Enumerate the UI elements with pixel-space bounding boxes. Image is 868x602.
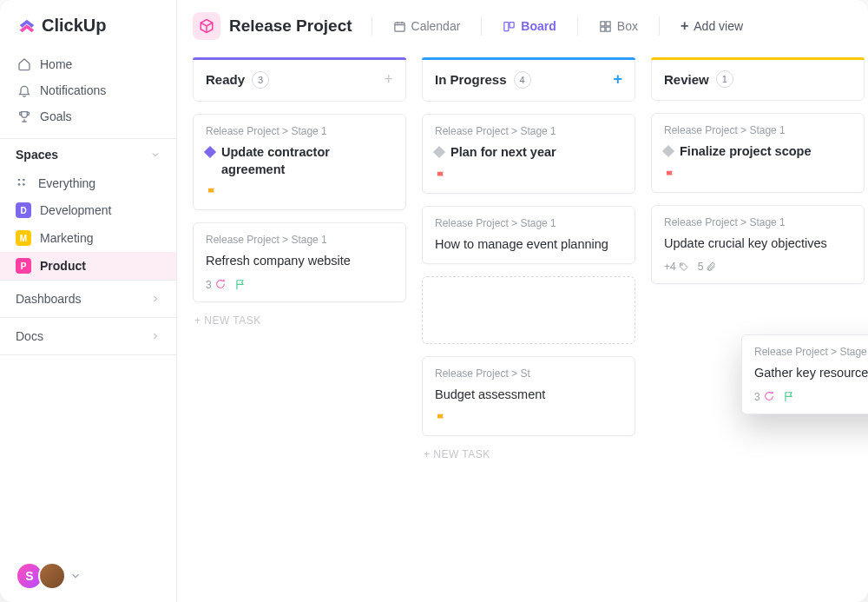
separator [481, 17, 482, 36]
space-development-label: Development [40, 203, 112, 217]
svg-rect-9 [601, 27, 605, 31]
svg-rect-7 [601, 21, 605, 25]
view-tab-box[interactable]: Box [590, 14, 647, 38]
nav-home[interactable]: Home [9, 51, 168, 77]
view-tab-board-label: Board [521, 19, 556, 33]
space-badge-marketing: M [16, 230, 31, 246]
column-count: 1 [716, 70, 733, 88]
primary-nav: Home Notifications Goals [0, 48, 176, 138]
sidebar: ClickUp Home Notifications Goals Spaces … [0, 0, 177, 602]
plus-icon: + [681, 18, 688, 34]
task-breadcrumb: Release Project > Stage 1 [435, 217, 622, 229]
flag-icon [435, 413, 447, 425]
brand-logo[interactable]: ClickUp [0, 0, 176, 48]
column-add-button[interactable]: + [384, 70, 393, 89]
view-tab-board[interactable]: Board [494, 14, 564, 38]
svg-rect-8 [606, 21, 610, 25]
nav-notifications[interactable]: Notifications [9, 77, 168, 103]
nav-goals[interactable]: Goals [9, 103, 168, 129]
svg-point-0 [18, 179, 21, 182]
project-icon [193, 12, 220, 40]
space-badge-development: D [16, 202, 31, 218]
svg-point-11 [222, 280, 224, 281]
nav-goals-label: Goals [40, 109, 72, 123]
svg-point-2 [18, 183, 21, 186]
grid-dots-icon [16, 176, 30, 190]
view-tab-calendar[interactable]: Calendar [385, 14, 470, 38]
new-task-button[interactable]: + NEW TASK [193, 314, 406, 327]
separator [372, 17, 372, 36]
task-breadcrumb: Release Project > Stage 1 [435, 125, 622, 137]
column-count: 3 [252, 71, 269, 89]
column-review: Review 1 Release Project > Stage 1 Final… [651, 57, 865, 602]
svg-point-3 [23, 183, 25, 186]
view-tab-calendar-label: Calendar [411, 19, 461, 33]
separator [577, 17, 578, 36]
task-title: Plan for next year [450, 144, 556, 162]
view-tab-box-label: Box [617, 19, 638, 33]
flag-outline-icon [783, 391, 795, 403]
nav-notifications-label: Notifications [40, 83, 106, 97]
svg-point-12 [681, 264, 682, 266]
space-marketing[interactable]: M Marketing [0, 224, 176, 252]
sidebar-dashboards[interactable]: Dashboards [0, 280, 176, 317]
task-card[interactable]: Release Project > St Budget assessment [422, 356, 635, 436]
task-breadcrumb: Release Project > Stage 1 [206, 234, 393, 246]
column-add-button[interactable]: + [613, 70, 622, 89]
column-accent [422, 57, 635, 60]
space-product[interactable]: P Product [0, 252, 176, 280]
space-development[interactable]: D Development [0, 196, 176, 224]
column-header-ready[interactable]: Ready 3 + [193, 57, 406, 102]
column-title: Ready [206, 72, 245, 87]
spaces-header-label: Spaces [16, 148, 58, 162]
space-product-label: Product [40, 259, 86, 273]
main: Release Project Calendar Board Box + Add… [177, 0, 868, 602]
space-marketing-label: Marketing [40, 231, 93, 245]
priority-diamond-icon [433, 146, 445, 158]
dragging-task-card[interactable]: ✥ Release Project > Stage 1 Gather key r… [741, 334, 868, 414]
task-breadcrumb: Release Project > Stage 1 [754, 346, 868, 358]
task-title: Gather key resources [754, 365, 868, 382]
task-title: Refresh company website [206, 253, 393, 270]
task-card[interactable]: Release Project > Stage 1 Finalize proje… [651, 113, 865, 193]
svg-point-1 [23, 179, 25, 182]
space-badge-product: P [16, 258, 31, 274]
priority-diamond-icon [204, 146, 216, 158]
comments-count: 3 [754, 391, 774, 403]
spaces-header[interactable]: Spaces [0, 138, 176, 170]
column-accent [651, 57, 865, 60]
chevron-right-icon [150, 331, 161, 341]
add-view-button[interactable]: + Add view [672, 13, 752, 39]
sidebar-docs[interactable]: Docs [0, 317, 176, 355]
paperclip-icon [706, 261, 716, 272]
new-task-button[interactable]: + NEW TASK [422, 448, 635, 460]
task-breadcrumb: Release Project > Stage 1 [664, 216, 852, 228]
card-drop-zone[interactable] [422, 276, 635, 344]
task-card[interactable]: Release Project > Stage 1 How to manage … [422, 206, 635, 265]
user-avatar-menu[interactable]: S [16, 562, 82, 590]
sidebar-dashboards-label: Dashboards [16, 292, 82, 306]
app-window: ClickUp Home Notifications Goals Spaces … [0, 0, 868, 602]
calendar-icon [393, 20, 406, 33]
svg-point-13 [771, 392, 773, 394]
task-card[interactable]: Release Project > Stage 1 Update crucial… [651, 205, 865, 285]
task-breadcrumb: Release Project > Stage 1 [206, 125, 393, 137]
svg-rect-5 [504, 22, 509, 30]
task-title: Finalize project scope [680, 143, 812, 161]
task-breadcrumb: Release Project > St [435, 367, 622, 380]
flag-icon [664, 169, 676, 182]
bell-icon [17, 83, 31, 97]
task-card[interactable]: Release Project > Stage 1 Refresh compan… [193, 222, 406, 302]
column-header-in-progress[interactable]: In Progress 4 + [422, 57, 635, 102]
task-card[interactable]: Release Project > Stage 1 Update contrac… [193, 114, 406, 210]
sidebar-docs-label: Docs [16, 329, 43, 343]
column-ready: Ready 3 + Release Project > Stage 1 Upda… [193, 57, 406, 602]
nav-home-label: Home [40, 57, 72, 71]
spaces-everything-label: Everything [38, 176, 95, 190]
separator [659, 17, 660, 36]
comment-icon [214, 279, 226, 290]
flag-icon [435, 170, 447, 182]
task-card[interactable]: Release Project > Stage 1 Plan for next … [422, 114, 635, 194]
column-header-review[interactable]: Review 1 [651, 57, 865, 101]
spaces-everything[interactable]: Everything [0, 170, 176, 196]
